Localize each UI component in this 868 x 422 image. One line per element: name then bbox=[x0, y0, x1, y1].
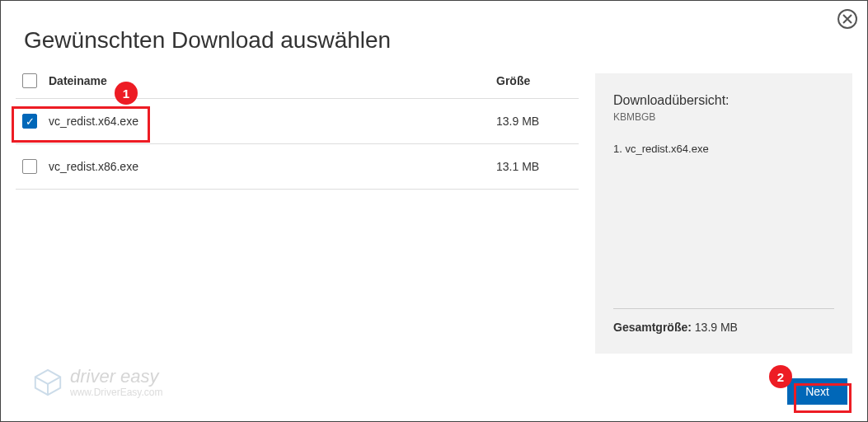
page-title: Gewünschten Download auswählen bbox=[1, 1, 867, 73]
file-size: 13.1 MB bbox=[496, 160, 579, 173]
file-name: vc_redist.x64.exe bbox=[49, 115, 138, 128]
annotation-bubble-2: 2 bbox=[769, 365, 792, 388]
watermark: driver easy www.DriverEasy.com bbox=[32, 367, 162, 398]
file-name: vc_redist.x86.exe bbox=[49, 160, 138, 173]
summary-subtitle: KBMBGB bbox=[613, 111, 834, 123]
watermark-line1: driver easy bbox=[70, 367, 162, 387]
table-row: vc_redist.x86.exe 13.1 MB bbox=[16, 144, 579, 190]
column-name-header: Dateiname bbox=[49, 74, 107, 87]
annotation-bubble-1: 1 bbox=[115, 82, 138, 105]
close-button[interactable] bbox=[838, 9, 857, 29]
file-list-panel: Dateiname Größe ✓ vc_redist.x64.exe 13.9… bbox=[16, 73, 595, 354]
summary-panel: Downloadübersicht: KBMBGB 1. vc_redist.x… bbox=[595, 73, 852, 354]
table-row: ✓ vc_redist.x64.exe 13.9 MB bbox=[16, 99, 579, 144]
watermark-icon bbox=[32, 367, 63, 398]
summary-title: Downloadübersicht: bbox=[613, 93, 834, 108]
file-size: 13.9 MB bbox=[496, 115, 579, 128]
row-checkbox[interactable] bbox=[22, 159, 37, 174]
summary-total: Gesamtgröße: 13.9 MB bbox=[613, 308, 834, 334]
summary-item: 1. vc_redist.x64.exe bbox=[613, 143, 834, 155]
table-header: Dateiname Größe bbox=[16, 73, 579, 99]
next-button[interactable]: Next bbox=[787, 378, 847, 405]
watermark-line2: www.DriverEasy.com bbox=[70, 387, 162, 398]
total-label: Gesamtgröße: bbox=[613, 321, 692, 334]
row-checkbox[interactable]: ✓ bbox=[22, 114, 37, 129]
total-value: 13.9 MB bbox=[695, 321, 738, 334]
column-size-header: Größe bbox=[496, 74, 579, 87]
select-all-checkbox[interactable] bbox=[22, 73, 37, 88]
